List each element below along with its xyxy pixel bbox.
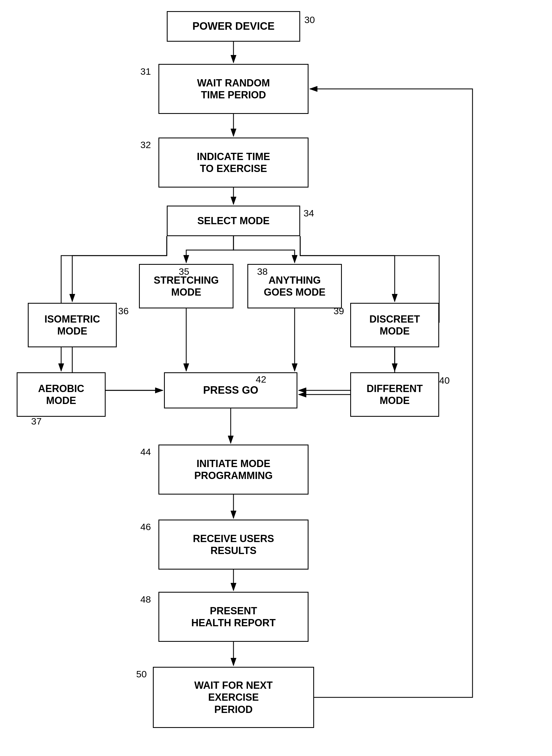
label-48: 48	[140, 594, 151, 605]
label-44: 44	[140, 446, 151, 457]
aerobic-mode-box: AEROBIC MODE	[17, 372, 106, 417]
label-34: 34	[303, 208, 314, 219]
different-mode-box: DIFFERENT MODE	[350, 372, 439, 417]
label-37: 37	[31, 416, 42, 427]
receive-users-box: RECEIVE USERS RESULTS	[158, 520, 308, 570]
press-go-box: PRESS GO	[164, 372, 297, 408]
isometric-mode-box: ISOMETRIC MODE	[28, 303, 117, 347]
discreet-mode-box: DISCREET MODE	[350, 303, 439, 347]
label-42: 42	[256, 374, 266, 385]
label-39: 39	[333, 306, 344, 317]
indicate-time-box: INDICATE TIME TO EXERCISE	[158, 138, 308, 188]
label-32: 32	[140, 140, 151, 150]
label-30: 30	[304, 14, 315, 25]
wait-random-box: WAIT RANDOM TIME PERIOD	[158, 64, 308, 114]
power-device-box: POWER DEVICE	[167, 11, 300, 42]
wait-next-box: WAIT FOR NEXT EXERCISE PERIOD	[153, 667, 314, 728]
flowchart-diagram: POWER DEVICE WAIT RANDOM TIME PERIOD IND…	[0, 0, 552, 756]
present-health-box: PRESENT HEALTH REPORT	[158, 592, 308, 642]
label-50: 50	[136, 669, 147, 680]
initiate-mode-box: INITIATE MODE PROGRAMMING	[158, 444, 308, 495]
label-40: 40	[439, 375, 450, 386]
label-31: 31	[140, 66, 151, 77]
select-mode-box: SELECT MODE	[167, 206, 300, 236]
label-46: 46	[140, 522, 151, 532]
label-35: 35	[179, 266, 189, 277]
label-36: 36	[118, 306, 129, 317]
label-38: 38	[257, 266, 268, 277]
